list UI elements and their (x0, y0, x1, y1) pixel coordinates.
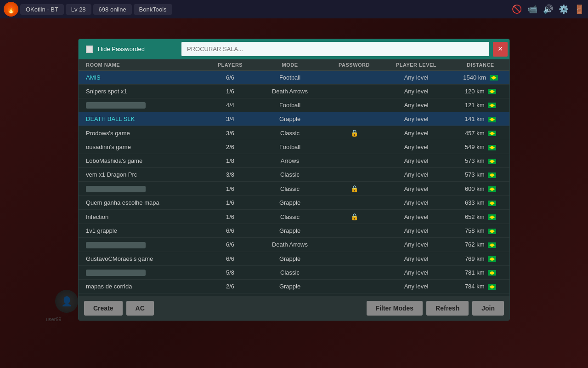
players-cell: 3/8 (207, 171, 253, 178)
lock-icon: 🔒 (351, 129, 358, 137)
level-cell: Any level (382, 74, 451, 81)
room-table-body: AMIS6/6FootballAny level1540 km Snipers … (79, 71, 509, 296)
table-row[interactable]: ousadinn's game2/6FootballAny level549 k… (79, 140, 509, 154)
topbar-right-icons: 🚫 📹 🔊 ⚙️ 🚪 (512, 4, 584, 14)
mode-cell: Grapple (253, 227, 327, 234)
join-button[interactable]: Join (472, 301, 504, 316)
players-cell: 6/6 (207, 241, 253, 248)
ac-button[interactable]: AC (126, 301, 154, 316)
room-name-cell: 1v1 grapple (79, 227, 207, 234)
brazil-flag-icon (488, 131, 496, 136)
create-button[interactable]: Create (84, 301, 123, 316)
topbar: 🔥 OKotlin - BT Lv 28 698 online BonkTool… (0, 0, 588, 18)
room-name-cell: GustavoCMoraes's game (79, 255, 207, 262)
table-row[interactable]: GustavoCMoraes's game6/6GrappleAny level… (79, 252, 509, 266)
hide-passworded-label: Hide Passworded (98, 46, 145, 52)
brazil-flag-icon (488, 117, 496, 122)
table-row[interactable]: Snipers spot x11/6Death ArrowsAny level1… (79, 85, 509, 98)
col-distance: DISTANCE (451, 62, 510, 68)
refresh-button[interactable]: Refresh (426, 301, 469, 316)
table-row[interactable]: Infection1/6Classic🔒Any level652 km (79, 210, 509, 224)
room-browser-modal: Hide Passworded × ROOM NAME PLAYERS MODE… (78, 39, 510, 321)
table-row[interactable]: 1/6Classic🔒Any level600 km (79, 182, 509, 196)
players-cell: 2/6 (207, 144, 253, 150)
distance-cell: 758 km (451, 227, 509, 234)
mode-cell: Classic (253, 130, 327, 137)
exit-icon[interactable]: 🚪 (574, 4, 584, 14)
players-cell: 1/6 (207, 185, 253, 192)
room-name-cell: DEATH BALL SLK (79, 115, 207, 122)
level-cell: Any level (382, 157, 451, 164)
level-cell: Any level (382, 269, 451, 276)
table-row[interactable]: 4/4FootballAny level121 km (79, 98, 509, 113)
app-logo[interactable]: 🔥 (4, 2, 18, 17)
settings-icon[interactable]: ⚙️ (559, 4, 569, 14)
brazil-flag-icon (488, 172, 496, 178)
mode-cell: Grapple (253, 199, 327, 206)
col-mode: MODE (253, 62, 327, 68)
distance-cell: 120 km (451, 88, 509, 95)
camera-off-icon[interactable]: 🚫 (512, 4, 522, 14)
filter-modes-button[interactable]: Filter Modes (367, 301, 423, 316)
table-row[interactable]: 6/6Death ArrowsAny level762 km (79, 238, 509, 252)
mode-cell: Classic (253, 213, 327, 220)
distance-cell: 769 km (451, 255, 509, 262)
table-row[interactable]: Quem ganha escolhe mapa1/6GrappleAny lev… (79, 196, 509, 210)
mode-cell: Grapple (253, 255, 327, 262)
mode-cell: Death Arrows (253, 241, 327, 248)
room-name-cell: LoboMashida's game (79, 157, 207, 164)
distance-cell: 457 km (451, 130, 509, 137)
modal-footer: Create AC Filter Modes Refresh Join (79, 296, 509, 320)
level-cell: Any level (382, 227, 451, 234)
table-row[interactable]: 1v1 grapple6/6GrappleAny level758 km (79, 224, 509, 238)
players-cell: 1/6 (207, 213, 253, 220)
distance-cell: 549 km (451, 144, 509, 150)
modal-header: Hide Passworded × (79, 39, 509, 59)
room-name-cell: vem x1 Dragon Prc (79, 171, 207, 178)
game-background: 👤 user99 Hide Passworded × ROOM NAME PLA… (0, 18, 588, 368)
distance-cell: 1540 km (451, 74, 509, 81)
video-icon[interactable]: 📹 (527, 4, 537, 14)
hide-passworded-section: Hide Passworded (79, 46, 180, 53)
hide-passworded-checkbox[interactable] (86, 46, 93, 53)
distance-cell: 784 km (451, 283, 509, 290)
password-cell: 🔒 (327, 213, 382, 220)
level-cell: Any level (382, 144, 451, 150)
level-cell: Any level (382, 213, 451, 220)
level-cell: Any level (382, 102, 451, 109)
search-input[interactable] (181, 42, 489, 56)
table-row[interactable]: DEATH BALL SLK3/4GrappleAny level141 km (79, 112, 509, 126)
room-name-cell: Snipers spot x1 (79, 88, 207, 95)
table-row[interactable]: Prodows's game3/6Classic🔒Any level457 km (79, 126, 509, 140)
brazil-flag-icon (490, 75, 498, 80)
table-row[interactable]: LoboMashida's game1/8ArrowsAny level573 … (79, 154, 509, 168)
room-name-cell (79, 241, 207, 248)
table-row[interactable]: mapas de corrida2/6GrappleAny level784 k… (79, 280, 509, 293)
room-name-cell: ousadinn's game (79, 144, 207, 150)
players-cell: 3/6 (207, 130, 253, 137)
distance-cell: 600 km (451, 185, 509, 192)
room-name-cell (79, 185, 207, 192)
table-row[interactable]: AMIS6/6FootballAny level1540 km (79, 71, 509, 85)
brazil-flag-icon (488, 89, 496, 94)
level-cell: Any level (382, 199, 451, 206)
level-cell: Any level (382, 130, 451, 137)
room-name-cell: Quem ganha escolhe mapa (79, 199, 207, 206)
col-players: PLAYERS (207, 62, 253, 68)
username-display[interactable]: OKotlin - BT (20, 4, 64, 15)
mode-cell: Classic (253, 269, 327, 276)
close-button[interactable]: × (493, 42, 508, 57)
bonktools-button[interactable]: BonkTools (134, 4, 172, 15)
players-cell: 1/6 (207, 88, 253, 95)
table-row[interactable]: vem x1 Dragon Prc3/8ClassicAny level573 … (79, 168, 509, 182)
distance-cell: 141 km (451, 115, 509, 122)
players-cell: 2/6 (207, 283, 253, 290)
table-row[interactable]: 5/8ClassicAny level781 km (79, 266, 509, 280)
room-name-cell: mapas de corrida (79, 283, 207, 290)
players-cell: 6/6 (207, 227, 253, 234)
level-cell: Any level (382, 241, 451, 248)
players-cell: 4/4 (207, 102, 253, 109)
level-cell: Any level (382, 88, 451, 95)
players-cell: 1/6 (207, 199, 253, 206)
volume-icon[interactable]: 🔊 (543, 4, 553, 14)
